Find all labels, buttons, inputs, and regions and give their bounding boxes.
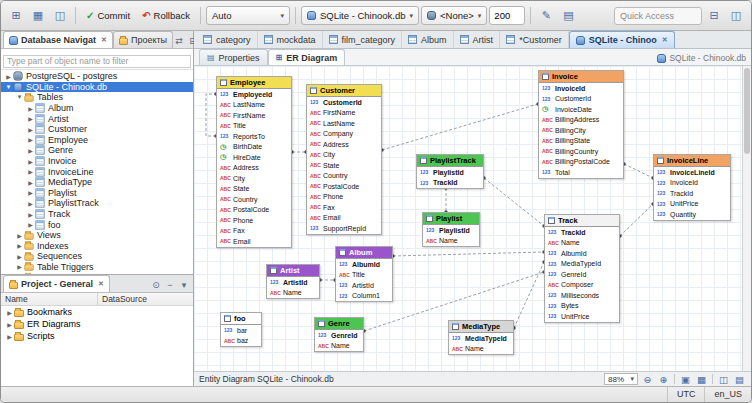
chevron-collapsed-icon[interactable]: ▶ <box>15 263 24 270</box>
column-row[interactable]: ABCTitle <box>336 270 392 281</box>
column-row[interactable]: ABCTitle <box>217 121 291 132</box>
column-row[interactable]: 123PlaylistId <box>423 225 479 236</box>
vertical-scrollbar[interactable] <box>742 66 751 371</box>
chevron-collapsed-icon[interactable]: ▶ <box>26 147 35 154</box>
entity-genre[interactable]: Genre123GenreIdABCName <box>314 317 364 352</box>
entity-header[interactable]: PlaylistTrack <box>417 155 483 167</box>
project-item-er-diagrams[interactable]: ▶ER Diagrams <box>1 318 193 330</box>
tree-item-genre[interactable]: ▶Genre <box>1 145 193 156</box>
close-tab-icon[interactable]: ✕ <box>662 36 668 44</box>
column-row[interactable]: ABCBillingAddress <box>539 115 623 126</box>
column-row[interactable]: 123ReportsTo <box>217 131 291 142</box>
column-row[interactable]: 123UnitPrice <box>545 311 619 322</box>
column-row[interactable]: ABCAddress <box>307 139 381 150</box>
chevron-collapsed-icon[interactable]: ▶ <box>4 73 13 80</box>
column-row[interactable]: ABCPhone <box>217 215 291 226</box>
fit-page-icon[interactable]: ▣ <box>679 374 692 385</box>
er-canvas[interactable]: Employee123EmployeeIdABCLastNameABCFirst… <box>194 66 742 371</box>
column-row[interactable]: ABCPhone <box>307 192 381 203</box>
project-tab[interactable]: Project - General ✕ <box>3 275 110 292</box>
column-row[interactable]: ◷BirthDate <box>217 142 291 153</box>
chevron-collapsed-icon[interactable]: ▶ <box>5 309 14 316</box>
editor-tab-category[interactable]: category <box>197 31 258 48</box>
column-row[interactable]: 123InvoiceId <box>539 83 623 94</box>
chevron-collapsed-icon[interactable]: ▶ <box>26 105 35 112</box>
column-row[interactable]: 123Bytes <box>545 301 619 312</box>
entity-artist[interactable]: Artist123ArtistIdABCName <box>266 264 320 299</box>
column-row[interactable]: ABCLastName <box>217 100 291 111</box>
sql-editor-icon[interactable]: ▦ <box>28 6 48 26</box>
column-row[interactable]: ABCComposer <box>545 280 619 291</box>
column-row[interactable]: 123EmployeeId <box>217 89 291 100</box>
tree-item-track[interactable]: ▶Track <box>1 209 193 220</box>
column-row[interactable]: ABCCity <box>307 150 381 161</box>
entity-header[interactable]: foo <box>221 313 261 325</box>
column-row[interactable]: 123Total <box>539 167 623 178</box>
column-row[interactable]: 123UnitPrice <box>654 199 730 210</box>
chevron-collapsed-icon[interactable]: ▶ <box>5 321 14 328</box>
chevron-collapsed-icon[interactable]: ▶ <box>26 115 35 122</box>
entity-customer[interactable]: Customer123CustomerIdABCFirstNameABCLast… <box>306 84 382 235</box>
chevron-collapsed-icon[interactable]: ▶ <box>26 136 35 143</box>
chevron-collapsed-icon[interactable]: ▶ <box>26 168 35 175</box>
column-row[interactable]: 123CustomerId <box>307 97 381 108</box>
column-row[interactable]: ABCName <box>315 341 363 352</box>
view-menu-icon[interactable]: ▾ <box>178 280 190 290</box>
quick-access-input[interactable] <box>614 7 702 25</box>
tree-item-artist[interactable]: ▶Artist <box>1 113 193 124</box>
entity-track[interactable]: Track123TrackIdABCName123AlbumId123Media… <box>544 214 620 323</box>
entity-header[interactable]: InvoiceLine <box>654 155 730 167</box>
schema-select[interactable]: <None> ▾ <box>421 6 487 25</box>
perspective-db-icon[interactable]: ⊟ <box>704 6 724 26</box>
column-row[interactable]: 123MediaTypeId <box>449 333 513 344</box>
chevron-collapsed-icon[interactable]: ▶ <box>26 158 35 165</box>
entity-header[interactable]: Track <box>545 215 619 227</box>
relation-track-mediatype[interactable] <box>514 262 544 328</box>
column-row[interactable]: ABCbaz <box>221 336 261 347</box>
zoom-select[interactable]: 88% ▾ <box>604 373 638 385</box>
tree-item-playlisttrack[interactable]: ▶PlaylistTrack <box>1 198 193 209</box>
transaction-mode-select[interactable]: Auto ▾ <box>206 6 290 25</box>
column-row[interactable]: ABCFirstName <box>307 108 381 119</box>
nav-tab-проекты[interactable]: Проекты <box>113 31 173 48</box>
view-tab-properties[interactable]: ▤Properties <box>199 49 268 65</box>
column-row[interactable]: 123InvoiceId <box>654 178 730 189</box>
chevron-expanded-icon[interactable]: ▼ <box>4 84 13 90</box>
column-row[interactable]: ABCName <box>423 236 479 247</box>
timezone-indicator[interactable]: UTC <box>667 387 705 402</box>
column-row[interactable]: ABCPostalCode <box>217 205 291 216</box>
chevron-collapsed-icon[interactable]: ▶ <box>5 333 14 340</box>
column-row[interactable]: ABCState <box>307 160 381 171</box>
column-row[interactable]: 123TrackId <box>654 188 730 199</box>
column-row[interactable]: ABCLastName <box>307 118 381 129</box>
print-icon[interactable]: ▤ <box>733 374 746 385</box>
tree-item-indexes[interactable]: ▶Indexes <box>1 241 193 252</box>
entity-header[interactable]: Invoice <box>539 71 623 83</box>
tree-item-employee[interactable]: ▶Employee <box>1 135 193 146</box>
object-filter-input[interactable] <box>3 55 191 68</box>
column-row[interactable]: 123Quantity <box>654 209 730 220</box>
column-row[interactable]: ABCEmail <box>307 213 381 224</box>
entity-header[interactable]: Employee <box>217 77 291 89</box>
chevron-collapsed-icon[interactable]: ▶ <box>26 179 35 186</box>
column-row[interactable]: ◷HireDate <box>217 152 291 163</box>
column-row[interactable]: ◷InvoiceDate <box>539 104 623 115</box>
column-row[interactable]: ABCPostalCode <box>307 181 381 192</box>
column-row[interactable]: 123Column1 <box>336 291 392 302</box>
tree-item-album[interactable]: ▶Album <box>1 103 193 114</box>
column-row[interactable]: ABCCompany <box>307 129 381 140</box>
entity-foo[interactable]: foo123barABCbaz <box>220 312 262 347</box>
column-row[interactable]: 123InvoiceLineId <box>654 167 730 178</box>
column-row[interactable]: 123TrackId <box>417 178 483 189</box>
perspective-editor-icon[interactable]: ◫ <box>726 6 746 26</box>
entity-album[interactable]: Album123AlbumIdABCTitle123ArtistId123Col… <box>335 246 393 302</box>
column-row[interactable]: ABCState <box>217 184 291 195</box>
commit-button[interactable]: ✓ Commit <box>81 6 135 26</box>
zoom-out-icon[interactable]: ⊖ <box>641 374 654 385</box>
entity-invoiceline[interactable]: InvoiceLine123InvoiceLineId123InvoiceId1… <box>653 154 731 221</box>
nav-tab-database-navigat[interactable]: Database Navigat✕ <box>3 31 113 48</box>
column-row[interactable]: 123ArtistId <box>336 280 392 291</box>
column-row[interactable]: ABCCountry <box>307 171 381 182</box>
column-row[interactable]: 123CustomerId <box>539 94 623 105</box>
entity-invoice[interactable]: Invoice123InvoiceId123CustomerId◷Invoice… <box>538 70 624 179</box>
